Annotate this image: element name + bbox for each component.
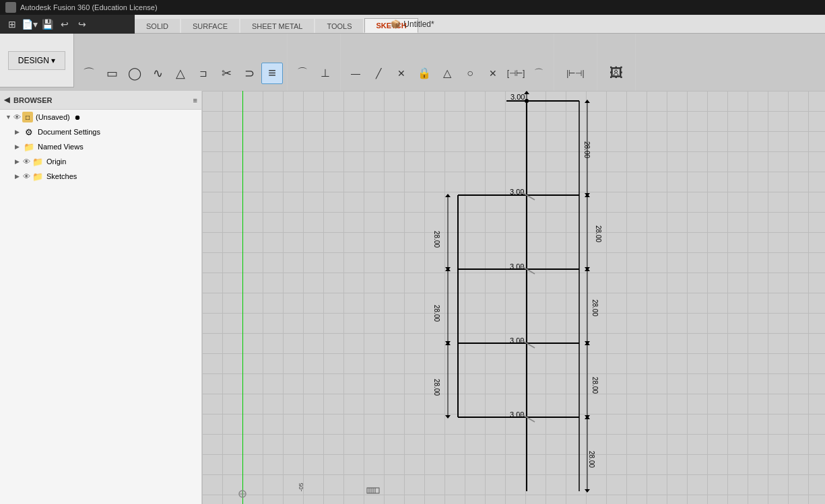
svg-marker-28 bbox=[585, 194, 590, 197]
tab-sketch[interactable]: SKETCH bbox=[364, 18, 418, 33]
svg-marker-40 bbox=[445, 268, 451, 271]
browser-item-named-views[interactable]: ▶ 📁 Named Views bbox=[0, 139, 201, 154]
measure-tool[interactable]: |⊢⊣| bbox=[564, 63, 586, 84]
lock-tool[interactable]: 🔒 bbox=[414, 63, 435, 84]
sketch-drawing: 3.00 28.00 3.00 28.00 28.00 3.00 bbox=[202, 91, 825, 504]
title-bar: Autodesk Fusion 360 (Education License) bbox=[0, 0, 825, 15]
browser-item-sketches[interactable]: ▶ 👁 📁 Sketches bbox=[0, 169, 201, 184]
rectangle-tool[interactable]: ▭ bbox=[101, 63, 123, 84]
mirror-tool[interactable]: [⊣⊢] bbox=[505, 63, 527, 84]
circle-constraint-tool[interactable]: ○ bbox=[459, 63, 481, 84]
quick-access-toolbar: ⊞ 📄▾ 💾 ↩ ↪ bbox=[0, 15, 135, 34]
app-title: Autodesk Fusion 360 (Education License) bbox=[20, 3, 158, 11]
svg-text:28.00: 28.00 bbox=[433, 305, 440, 322]
svg-marker-55 bbox=[585, 416, 590, 419]
sketches-folder-icon: 📁 bbox=[32, 170, 44, 182]
tab-surface[interactable]: SURFACE bbox=[181, 19, 239, 33]
coincident-tool[interactable]: ✕ bbox=[391, 63, 412, 84]
perpendicular-tool[interactable]: ⊥ bbox=[315, 63, 336, 84]
circle-tool[interactable]: ◯ bbox=[124, 63, 145, 84]
svg-marker-37 bbox=[585, 268, 590, 271]
trim-tool[interactable]: ✂ bbox=[216, 63, 237, 84]
named-views-label: Named Views bbox=[38, 143, 84, 151]
design-button[interactable]: DESIGN ▾ bbox=[8, 51, 65, 70]
unsaved-arrow: ▼ bbox=[5, 114, 13, 120]
unsaved-visibility-icon[interactable]: 👁 bbox=[13, 113, 21, 121]
origin-arrow: ▶ bbox=[15, 158, 23, 165]
svg-marker-46 bbox=[585, 342, 590, 345]
save-button[interactable]: 💾 bbox=[39, 16, 55, 32]
svg-text:28.00: 28.00 bbox=[433, 379, 440, 396]
arc-tool[interactable]: ⌒ bbox=[78, 63, 100, 84]
file-menu-button[interactable]: 📄▾ bbox=[22, 16, 38, 32]
origin-visibility-icon[interactable]: 👁 bbox=[23, 157, 30, 166]
browser-item-origin[interactable]: ▶ 👁 📁 Origin bbox=[0, 154, 201, 169]
browser-panel: ◀ BROWSER ≡ ▼ 👁 □ (Unsaved) ⏺ ▶ ⚙ Docume… bbox=[0, 91, 202, 504]
sketches-visibility-icon[interactable]: 👁 bbox=[23, 172, 30, 180]
curvature-tool[interactable]: ⌒ bbox=[528, 63, 550, 84]
redo-button[interactable]: ↪ bbox=[74, 16, 90, 32]
sketches-label: Sketches bbox=[46, 172, 77, 180]
main-area: ◀ BROWSER ≡ ▼ 👁 □ (Unsaved) ⏺ ▶ ⚙ Docume… bbox=[0, 91, 825, 504]
tab-tools[interactable]: TOOLS bbox=[315, 19, 363, 33]
svg-text:3.00: 3.00 bbox=[510, 188, 524, 196]
doc-settings-gear-icon: ⚙ bbox=[23, 126, 35, 138]
spline-tool[interactable]: ∿ bbox=[147, 63, 168, 84]
svg-text:28.00: 28.00 bbox=[591, 377, 599, 394]
svg-text:28.00: 28.00 bbox=[595, 225, 602, 242]
doc-settings-label: Document Settings bbox=[38, 128, 100, 136]
canvas-area[interactable]: -05 bbox=[202, 91, 825, 504]
sketches-arrow: ▶ bbox=[15, 173, 23, 180]
svg-text:28.00: 28.00 bbox=[588, 451, 595, 468]
svg-marker-31 bbox=[445, 194, 451, 197]
cross-constraint-tool[interactable]: ✕ bbox=[482, 63, 504, 84]
svg-text:3.00: 3.00 bbox=[510, 93, 525, 101]
record-icon[interactable]: ⏺ bbox=[74, 114, 81, 121]
browser-item-document-settings[interactable]: ▶ ⚙ Document Settings bbox=[0, 124, 201, 139]
horizontal-vertical-tool[interactable]: — bbox=[345, 63, 366, 84]
svg-text:28.00: 28.00 bbox=[591, 299, 599, 316]
svg-marker-56 bbox=[585, 489, 590, 493]
origin-folder-icon: 📁 bbox=[32, 155, 44, 168]
offset-tool[interactable]: ⊃ bbox=[238, 63, 260, 84]
polygon-tool[interactable]: △ bbox=[170, 63, 191, 84]
browser-menu-icon[interactable]: ≡ bbox=[193, 96, 197, 104]
fillet-tool[interactable]: ⌒ bbox=[292, 63, 313, 84]
undo-button[interactable]: ↩ bbox=[57, 16, 73, 32]
insert-image-tool[interactable]: 🖼 bbox=[605, 63, 627, 84]
svg-marker-49 bbox=[445, 342, 451, 345]
triangle-constraint-tool[interactable]: △ bbox=[436, 63, 458, 84]
tab-sheet-metal[interactable]: SHEET METAL bbox=[240, 19, 314, 33]
browser-collapse-icon[interactable]: ◀ bbox=[4, 96, 9, 104]
slot-tool[interactable]: ⊐ bbox=[193, 63, 214, 84]
unsaved-file-icon: □ bbox=[22, 112, 33, 122]
origin-label: Origin bbox=[46, 157, 66, 166]
svg-marker-50 bbox=[445, 415, 451, 419]
doc-settings-arrow: ▶ bbox=[15, 129, 23, 135]
diagonal-tool[interactable]: ╱ bbox=[368, 63, 389, 84]
named-views-arrow: ▶ bbox=[15, 143, 23, 150]
project-tool[interactable]: ≡ bbox=[261, 63, 283, 84]
app-icon bbox=[5, 2, 16, 13]
tab-solid[interactable]: SOLID bbox=[135, 19, 180, 33]
named-views-folder-icon: 📁 bbox=[23, 141, 35, 153]
design-area: DESIGN ▾ bbox=[0, 34, 74, 87]
apps-grid-button[interactable]: ⊞ bbox=[4, 16, 20, 32]
browser-title: BROWSER bbox=[13, 96, 52, 104]
svg-text:28.00: 28.00 bbox=[433, 231, 440, 248]
unsaved-label: (Unsaved) bbox=[36, 113, 70, 121]
svg-point-61 bbox=[525, 99, 529, 103]
svg-marker-23 bbox=[585, 100, 590, 103]
browser-item-unsaved[interactable]: ▼ 👁 □ (Unsaved) ⏺ bbox=[0, 110, 201, 124]
browser-header: ◀ BROWSER ≡ bbox=[0, 91, 201, 110]
